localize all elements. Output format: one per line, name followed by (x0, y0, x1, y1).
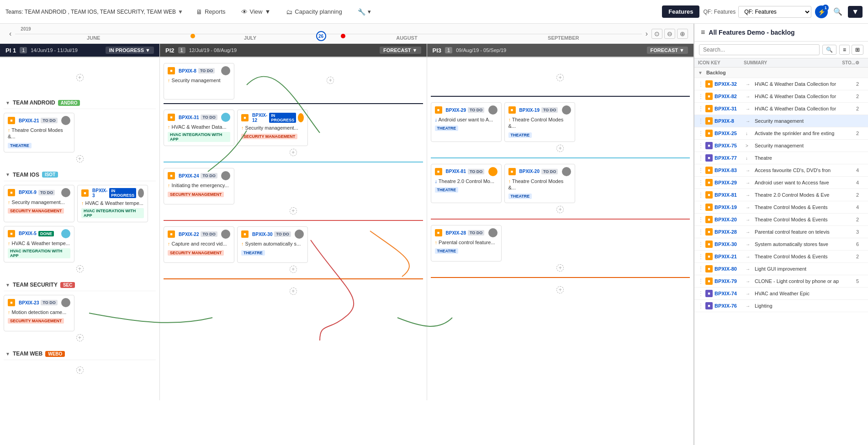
card-avatar (61, 229, 70, 238)
header-gear-col[interactable]: ⚙ (855, 60, 864, 65)
teams-selector[interactable]: Teams: TEAM ANDROID , TEAM IOS, TEAM SEC… (5, 9, 184, 15)
sidebar-row[interactable]: ⋮⋮ ■ BPXIX-80 → Light GUI improvement (694, 263, 868, 275)
card-bpxix-22[interactable]: ■ BPXIX-22 TO DO ↑ Capture and record vi… (164, 226, 234, 263)
card-status: TO DO (41, 118, 57, 123)
reports-button[interactable]: 🖥 Reports (192, 6, 229, 17)
add-card-button[interactable]: + (290, 288, 297, 295)
sidebar-row[interactable]: ⋮⋮ ■ BPXIX-79 → CLONE - Light control by… (694, 275, 868, 288)
sidebar-grid-view-button[interactable]: ⊞ (852, 45, 863, 55)
add-card-button[interactable]: + (76, 155, 84, 162)
features-button[interactable]: Features (662, 5, 699, 18)
sidebar-row[interactable]: ⋮⋮ ■ BPXIX-74 → HVAC and Weather Epic (694, 288, 868, 300)
card-bpxix-20[interactable]: ■ BPXIX-20 TO DO ↑ Theatre Control Modes… (504, 164, 575, 204)
row-key: BPXIX-74 (715, 291, 746, 296)
sidebar-row[interactable]: ⋮⋮ ■ BPXIX-8 → Security management (694, 115, 868, 127)
sidebar-row[interactable]: ⋮⋮ ■ BPXIX-76 → Lighting (694, 300, 868, 312)
add-card-button[interactable]: + (76, 366, 84, 374)
sidebar-row[interactable]: ⋮⋮ ■ BPXIX-28 → Parental control feature… (694, 226, 868, 238)
card-bpxix-21[interactable]: ■ BPXIX-21 TO DO ↑ Theatre Control Modes… (4, 113, 74, 152)
team-ios-header[interactable]: ▼ TEAM IOS ISOT (4, 168, 156, 181)
row-key: BPXIX-79 (715, 278, 746, 284)
sidebar-row[interactable]: ⋮⋮ ■ BPXIX-25 ↓ Activate the sprinkler a… (694, 127, 868, 140)
add-card-button[interactable]: + (76, 334, 84, 341)
add-card-button[interactable]: + (556, 145, 564, 152)
row-arrow-icon: ↓ (746, 156, 755, 161)
pi1-status[interactable]: IN PROGRESS ▼ (106, 47, 154, 54)
row-arrow-icon: → (746, 304, 755, 309)
tools-button[interactable]: 🔧 ▾ (354, 6, 375, 17)
pi1-column: + ▼ TEAM ANDROID ANDRO (0, 58, 160, 400)
add-card-button[interactable]: + (290, 207, 297, 215)
sidebar-row[interactable]: ⋮⋮ ■ BPXIX-81 → Theatre 2.0 Control Mode… (694, 189, 868, 201)
drag-handle-icon: ⋮⋮ (698, 93, 705, 99)
card-bpxix-23[interactable]: ■ BPXIX-23 TO DO ↑ Motion detection came… (4, 295, 74, 331)
add-card-button[interactable]: + (76, 265, 84, 272)
sidebar-row[interactable]: ⋮⋮ ■ BPXIX-32 → HVAC & Weather Data Coll… (694, 78, 868, 90)
card-bpxix-5[interactable]: ■ BPXIX-5 DONE ↑ HVAC & Weather tempe...… (4, 226, 74, 262)
timeline-reset-button[interactable]: ⊙ (651, 29, 662, 39)
pi3-status[interactable]: FORECAST ▼ (647, 47, 688, 54)
gantt-scroll-area[interactable]: + ▼ TEAM ANDROID ANDRO (0, 58, 693, 445)
card-bpxix-24[interactable]: ■ BPXIX-24 TO DO ↑ Initiating the emerge… (164, 168, 234, 204)
sidebar-row[interactable]: ⋮⋮ ■ BPXIX-30 → System automatically sto… (694, 238, 868, 251)
card-bpxix-30[interactable]: ■ BPXIX-30 TO DO ↑ System automatically … (237, 226, 308, 263)
timeline-month-september: SEPTEMBER (485, 34, 642, 41)
card-bpxix-29[interactable]: ■ BPXIX-29 TO DO ↓ Android user want to … (431, 102, 502, 142)
pi2-status[interactable]: FORECAST ▼ (380, 47, 421, 54)
add-card-button[interactable]: + (556, 74, 564, 81)
card-title: ↑ Theatre Control Modes &... (8, 127, 70, 140)
card-bpxix-81[interactable]: ■ BPXIX-81 TO DO ↓ Theatre 2.0 Control M… (431, 164, 502, 204)
qf-select[interactable]: QF: Features (738, 6, 811, 18)
timeline-next-button[interactable]: › (642, 30, 651, 38)
sidebar-row[interactable]: ⋮⋮ ■ BPXIX-77 ↓ Theatre (694, 152, 868, 164)
search-button[interactable]: 🔍 (831, 5, 844, 18)
timeline-prev-button[interactable]: ‹ (5, 30, 15, 38)
sidebar-row[interactable]: ⋮⋮ ■ BPXIX-19 → Theatre Control Modes & … (694, 201, 868, 214)
capacity-button[interactable]: 🗂 Capacity planning (282, 6, 345, 17)
timeline-zoom-in-button[interactable]: ⊕ (677, 29, 688, 39)
card-bpxix-28[interactable]: ■ BPXIX-28 TO DO ↑ Parental control feat… (431, 225, 502, 262)
collapse-button[interactable]: ▼ (848, 6, 863, 18)
add-card-button[interactable]: + (556, 264, 564, 272)
add-card-button[interactable]: + (327, 77, 334, 84)
card-bpxix-3[interactable]: ■ BPXIX-3 IN PROGRESS ↑ HVAC & Weather t… (77, 185, 148, 222)
sidebar-row[interactable]: ⋮⋮ ■ BPXIX-29 → Android user want to Acc… (694, 177, 868, 189)
sidebar-list-icon: ≡ (701, 28, 705, 37)
card-title: ↑ Theatre Control Modes &... (508, 116, 571, 130)
add-card-button[interactable]: + (290, 149, 297, 156)
sidebar-list-view-button[interactable]: ≡ (839, 45, 850, 55)
sidebar-group-header[interactable]: ▼ Backlog (694, 68, 868, 78)
card-bpxix-19[interactable]: ■ BPXIX-19 TO DO ↑ Theatre Control Modes… (504, 102, 575, 142)
teams-dropdown-icon[interactable]: ▼ (178, 9, 184, 15)
row-story-points: 2 (846, 192, 859, 198)
team-security-header[interactable]: ▼ TEAM SECURITY SEC (4, 278, 156, 291)
sidebar-search-area: 🔍 ≡ ⊞ (694, 42, 868, 58)
row-summary: Security management (755, 118, 846, 124)
team-security-border (164, 220, 423, 221)
add-card-button[interactable]: + (290, 266, 297, 273)
card-bpxix-12[interactable]: ■ BPXIX-12 IN PROGRESS ↑ Security manage… (237, 110, 308, 146)
team-android-header[interactable]: ▼ TEAM ANDROID ANDRO (4, 96, 156, 109)
card-bpxix-9[interactable]: ■ BPXIX-9 TO DO ↑ Security management...… (4, 185, 74, 222)
row-type-icon: ■ (705, 154, 713, 162)
pi1-add-button[interactable]: + (76, 74, 84, 81)
timeline-zoom-out-button[interactable]: ⊖ (664, 29, 675, 39)
add-card-button[interactable]: + (556, 206, 564, 213)
sidebar-row[interactable]: ⋮⋮ ■ BPXIX-20 → Theatre Control Modes & … (694, 214, 868, 226)
card-avatar (61, 298, 70, 307)
sidebar-row[interactable]: ⋮⋮ ■ BPXIX-21 → Theatre Control Modes & … (694, 251, 868, 263)
card-bpxix-8[interactable]: ■ BPXIX-8 TO DO ↑ Security management (164, 63, 234, 99)
sidebar-row[interactable]: ⋮⋮ ■ BPXIX-75 > Security management (694, 140, 868, 152)
sidebar-search-input[interactable] (699, 44, 820, 55)
view-button[interactable]: 👁 View ▼ (238, 6, 275, 17)
sidebar-row[interactable]: ⋮⋮ ■ BPXIX-31 → HVAC & Weather Data Coll… (694, 103, 868, 115)
sidebar-search-icon-button[interactable]: 🔍 (822, 45, 836, 55)
team-ios-pi1-content: ■ BPXIX-9 TO DO ↑ Security management...… (4, 181, 156, 277)
add-card-button[interactable]: + (556, 286, 564, 293)
team-web-header[interactable]: ▼ TEAM WEB WEBO (4, 347, 156, 360)
card-bpxix-31[interactable]: ■ BPXIX-31 TO DO ↑ HVAC & Weather Data..… (164, 110, 234, 146)
timeline-month-july: JULY (172, 34, 328, 41)
sidebar-row[interactable]: ⋮⋮ ■ BPXIX-82 → HVAC & Weather Data Coll… (694, 90, 868, 103)
reports-icon: 🖥 (196, 8, 202, 16)
sidebar-row[interactable]: ⋮⋮ ■ BPXIX-83 → Access favourite CD's, D… (694, 164, 868, 177)
